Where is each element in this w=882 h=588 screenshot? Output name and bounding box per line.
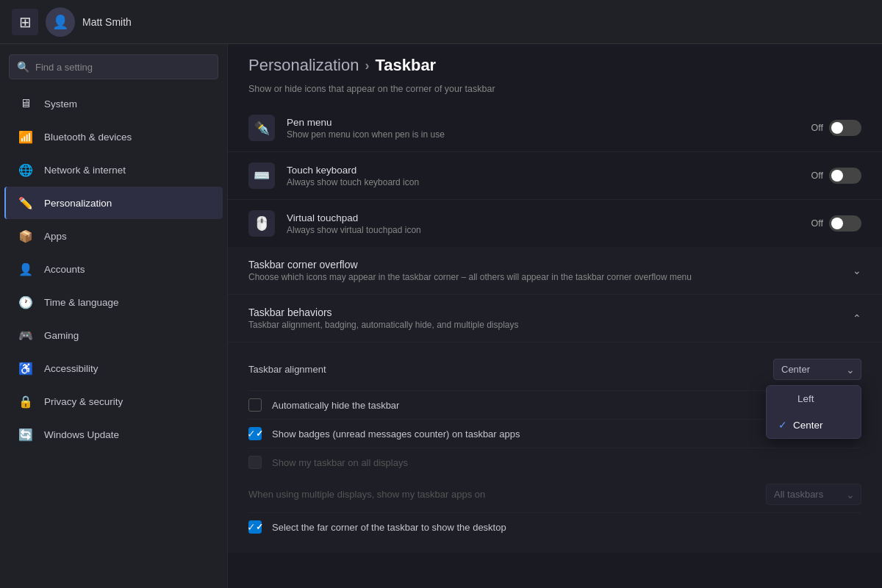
toggle-0[interactable]: Off bbox=[811, 120, 861, 136]
setting-subtitle-1: Always show touch keyboard icon bbox=[287, 177, 800, 187]
nav-container: 🖥 System 📶 Bluetooth & devices 🌐 Network… bbox=[0, 87, 227, 451]
auto-hide-checkbox[interactable] bbox=[248, 398, 262, 412]
personalization-icon: ✏️ bbox=[18, 195, 34, 211]
alignment-dropdown-wrapper: Center Left ✓ Center bbox=[773, 359, 861, 380]
corner-overflow-title: Taskbar corner overflow bbox=[248, 259, 853, 270]
user-name: Matt Smith bbox=[82, 16, 132, 28]
toggle-label-0: Off bbox=[811, 123, 823, 133]
icon-row-1: ⌨️ Touch keyboard Always show touch keyb… bbox=[228, 152, 882, 200]
multiple-displays-label: When using multiple displays, show my ta… bbox=[248, 489, 756, 500]
personalization-label: Personalization bbox=[44, 198, 112, 209]
corner-overflow-subtitle: Choose which icons may appear in the tas… bbox=[248, 272, 853, 282]
time-icon: 🕐 bbox=[18, 294, 34, 310]
setting-title-0: Pen menu bbox=[287, 117, 800, 128]
behaviors-title: Taskbar behaviors bbox=[248, 306, 853, 318]
search-box[interactable]: 🔍 bbox=[9, 54, 218, 79]
accounts-label: Accounts bbox=[44, 264, 85, 275]
multiple-displays-dropdown[interactable]: All taskbars bbox=[766, 484, 861, 505]
update-label: Windows Update bbox=[44, 429, 119, 440]
bluetooth-label: Bluetooth & devices bbox=[44, 132, 132, 143]
multiple-displays-row: When using multiple displays, show my ta… bbox=[248, 476, 861, 513]
alignment-popup[interactable]: Left ✓ Center bbox=[766, 385, 861, 439]
setting-subtitle-2: Always show virtual touchpad icon bbox=[287, 225, 800, 235]
accessibility-label: Accessibility bbox=[44, 363, 98, 374]
behaviors-chevron: ⌃ bbox=[853, 312, 861, 324]
privacy-label: Privacy & security bbox=[44, 396, 123, 407]
breadcrumb: Personalization › Taskbar bbox=[228, 44, 882, 84]
time-label: Time & language bbox=[44, 297, 119, 308]
desktop-checkbox[interactable]: ✓ bbox=[248, 520, 262, 534]
sidebar-item-network[interactable]: 🌐 Network & internet bbox=[4, 154, 223, 186]
system-label: System bbox=[44, 98, 77, 110]
alignment-row: Taskbar alignment Center Left bbox=[248, 348, 861, 391]
breadcrumb-sep: › bbox=[365, 58, 369, 74]
content-area: Personalization › Taskbar Show or hide i… bbox=[228, 44, 882, 588]
gaming-icon: 🎮 bbox=[18, 327, 34, 343]
sidebar-item-apps[interactable]: 📦 Apps bbox=[4, 220, 223, 252]
section-desc: Show or hide icons that appear on the co… bbox=[228, 84, 882, 104]
search-input[interactable] bbox=[35, 62, 210, 73]
avatar-area: ⊞ 👤 Matt Smith bbox=[12, 7, 132, 37]
icon-0: ✒️ bbox=[248, 115, 275, 141]
update-icon: 🔄 bbox=[18, 426, 34, 442]
network-label: Network & internet bbox=[44, 165, 126, 176]
accounts-icon: 👤 bbox=[18, 261, 34, 277]
icon-row-0: ✒️ Pen menu Show pen menu icon when pen … bbox=[228, 104, 882, 152]
desktop-row: ✓ Select the far corner of the taskbar t… bbox=[248, 513, 861, 541]
setting-subtitle-0: Show pen menu icon when pen is in use bbox=[287, 129, 800, 140]
toggle-switch-2[interactable] bbox=[829, 215, 861, 232]
center-check-icon: ✓ bbox=[778, 419, 787, 431]
main-layout: 🔍 🖥 System 📶 Bluetooth & devices 🌐 Netwo… bbox=[0, 44, 882, 588]
apps-icon: 📦 bbox=[18, 228, 34, 244]
breadcrumb-parent: Personalization bbox=[248, 56, 359, 75]
behaviors-content: Taskbar alignment Center Left bbox=[228, 343, 882, 553]
toggle-2[interactable]: Off bbox=[811, 215, 861, 232]
icon-1: ⌨️ bbox=[248, 162, 275, 189]
corner-overflow-chevron: ⌄ bbox=[853, 265, 861, 276]
badges-checkbox[interactable]: ✓ bbox=[248, 427, 262, 440]
sidebar-item-privacy[interactable]: 🔒 Privacy & security bbox=[4, 385, 223, 417]
avatar: 👤 bbox=[46, 7, 75, 37]
toggle-label-1: Off bbox=[811, 171, 823, 181]
toggle-1[interactable]: Off bbox=[811, 168, 861, 184]
sidebar-item-accessibility[interactable]: ♿ Accessibility bbox=[4, 352, 223, 384]
all-displays-label: Show my taskbar on all displays bbox=[272, 457, 861, 468]
desktop-label: Select the far corner of the taskbar to … bbox=[272, 522, 861, 533]
icon-2: 🖱️ bbox=[248, 210, 275, 237]
sidebar-item-update[interactable]: 🔄 Windows Update bbox=[4, 418, 223, 451]
multiple-displays-value: All taskbars bbox=[774, 489, 823, 500]
sidebar-item-gaming[interactable]: 🎮 Gaming bbox=[4, 319, 223, 351]
system-icon: 🖥 bbox=[18, 96, 34, 112]
setting-title-1: Touch keyboard bbox=[287, 165, 800, 176]
icon-rows-container: ✒️ Pen menu Show pen menu icon when pen … bbox=[228, 104, 882, 247]
sidebar-item-bluetooth[interactable]: 📶 Bluetooth & devices bbox=[4, 121, 223, 153]
alignment-option-left[interactable]: Left bbox=[767, 386, 861, 412]
behaviors-subtitle: Taskbar alignment, badging, automaticall… bbox=[248, 320, 853, 330]
alignment-option-center[interactable]: ✓ Center bbox=[767, 412, 861, 438]
network-icon: 🌐 bbox=[18, 162, 34, 178]
alignment-dropdown[interactable]: Center bbox=[773, 359, 861, 380]
sidebar: 🔍 🖥 System 📶 Bluetooth & devices 🌐 Netwo… bbox=[0, 44, 228, 588]
all-displays-checkbox bbox=[248, 456, 262, 469]
sidebar-item-personalization[interactable]: ✏️ Personalization bbox=[4, 187, 223, 219]
apps-label: Apps bbox=[44, 231, 67, 242]
toggle-label-2: Off bbox=[811, 218, 823, 229]
setting-title-2: Virtual touchpad bbox=[287, 212, 800, 223]
accessibility-icon: ♿ bbox=[18, 360, 34, 376]
breadcrumb-current: Taskbar bbox=[375, 56, 436, 75]
top-bar: ⊞ 👤 Matt Smith bbox=[0, 0, 882, 44]
toggle-switch-0[interactable] bbox=[829, 120, 861, 136]
toggle-switch-1[interactable] bbox=[829, 168, 861, 184]
bluetooth-icon: 📶 bbox=[18, 129, 34, 145]
sidebar-item-system[interactable]: 🖥 System bbox=[4, 87, 223, 120]
sidebar-item-accounts[interactable]: 👤 Accounts bbox=[4, 253, 223, 285]
gaming-label: Gaming bbox=[44, 330, 79, 341]
behaviors-row-all-displays: Show my taskbar on all displays bbox=[248, 448, 861, 476]
privacy-icon: 🔒 bbox=[18, 393, 34, 409]
search-icon: 🔍 bbox=[17, 61, 29, 73]
corner-overflow-header[interactable]: Taskbar corner overflow Choose which ico… bbox=[228, 247, 882, 295]
sidebar-item-time[interactable]: 🕐 Time & language bbox=[4, 286, 223, 318]
alignment-current-value: Center bbox=[781, 364, 810, 375]
behaviors-header[interactable]: Taskbar behaviors Taskbar alignment, bad… bbox=[228, 295, 882, 343]
app-logo: ⊞ bbox=[12, 9, 38, 35]
